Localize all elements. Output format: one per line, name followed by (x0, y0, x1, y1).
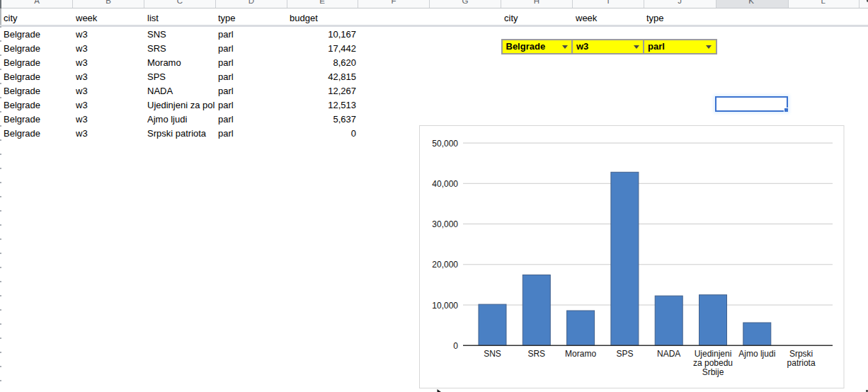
svg-text:Srpski: Srpski (789, 349, 813, 359)
svg-text:Ajmo ljudi: Ajmo ljudi (738, 349, 775, 359)
svg-text:za pobedu: za pobedu (693, 358, 733, 368)
svg-text:SRS: SRS (527, 349, 545, 359)
svg-text:Moramo: Moramo (565, 349, 596, 359)
svg-text:SPS: SPS (616, 349, 633, 359)
svg-text:40,000: 40,000 (432, 179, 458, 189)
svg-text:0: 0 (453, 341, 458, 351)
svg-text:Srbije: Srbije (702, 367, 724, 377)
svg-text:NADA: NADA (657, 349, 680, 359)
svg-text:10,000: 10,000 (432, 301, 458, 311)
svg-text:30,000: 30,000 (432, 219, 458, 229)
svg-text:SNS: SNS (484, 349, 501, 359)
svg-text:50,000: 50,000 (432, 139, 458, 149)
svg-text:patriota: patriota (787, 358, 816, 368)
svg-text:20,000: 20,000 (432, 260, 458, 270)
svg-text:Ujedinjeni: Ujedinjeni (695, 349, 732, 359)
